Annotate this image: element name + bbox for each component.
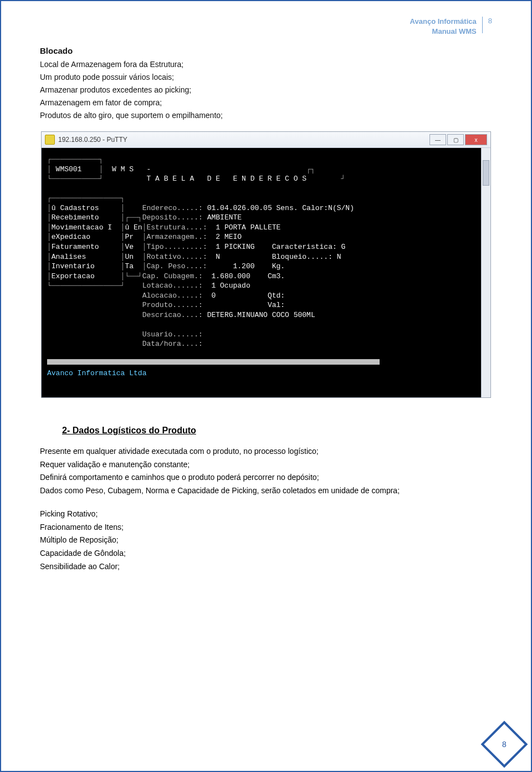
- blocado-line: Produtos de alto giro, que suportem o em…: [40, 110, 492, 121]
- close-button[interactable]: x: [465, 134, 487, 145]
- putty-window: 192.168.0.250 - PuTTY — ▢ x ┌───────────…: [41, 131, 491, 398]
- blocado-line: Um produto pode possuir vários locais;: [40, 71, 492, 83]
- section2-para: Definirá comportamento e caminhos que o …: [40, 472, 492, 484]
- field-label: Data/hora....:: [142, 340, 203, 348]
- menu-item[interactable]: Movimentacao I: [52, 223, 112, 232]
- section-heading-dados-logisticos: 2- Dados Logísticos do Produto: [62, 426, 492, 436]
- submenu-item[interactable]: Pr: [125, 233, 134, 241]
- close-icon: x: [475, 137, 478, 143]
- section2-para: Dados como Peso, Cubagem, Norma e Capaci…: [40, 485, 492, 497]
- putty-title: 192.168.0.250 - PuTTY: [58, 136, 127, 144]
- menu-item[interactable]: Analises: [52, 253, 86, 261]
- page: Avanço Informática Manual WMS 8 Blocado …: [0, 0, 532, 772]
- terminal-scrollbar[interactable]: [481, 148, 490, 397]
- submenu-item[interactable]: Un: [125, 253, 134, 261]
- blocado-line: Armazenagem em fator de compra;: [40, 97, 492, 109]
- field-label: Tipo.........:: [146, 243, 207, 251]
- menu-item[interactable]: Inventario: [52, 262, 95, 270]
- field-label: Estrutura....:: [146, 223, 207, 232]
- header-text: Avanço Informática Manual WMS: [410, 17, 477, 36]
- menu-item[interactable]: Faturamento: [52, 243, 99, 251]
- menu-item[interactable]: Exportacao: [52, 272, 95, 280]
- field-label: Cap. Cubagem.:: [142, 272, 203, 280]
- field-value: N Bloqueio.....: N: [216, 253, 341, 261]
- menu-item[interactable]: û Cadastros: [52, 204, 99, 212]
- header-doc: Manual WMS: [432, 27, 477, 35]
- page-number-diamond: 8: [481, 721, 528, 768]
- field-value: DETERG.MINUANO COCO 500ML: [207, 311, 315, 319]
- maximize-button[interactable]: ▢: [447, 134, 464, 145]
- field-label: Alocacao.....:: [142, 292, 203, 300]
- field-value: 1 PICKING Caracteristica: G: [216, 243, 345, 251]
- field-label: Lotacao......:: [142, 282, 203, 290]
- field-value: 2 MEIO: [216, 233, 242, 241]
- field-label: Produto......:: [142, 301, 203, 309]
- field-label: Endereco.....:: [142, 204, 203, 212]
- footer-page-number: 8: [502, 740, 507, 749]
- field-value: 01.04.026.00.05 Sens. Calor:N(S/N): [207, 204, 354, 212]
- field-label: Usuario......:: [142, 330, 203, 339]
- field-value: 0 Qtd:: [211, 292, 285, 300]
- menu-item[interactable]: eXpedicao: [52, 233, 90, 241]
- section-title-blocado: Blocado: [40, 46, 492, 55]
- blocado-line: Local de Armazenagem fora da Estrutura;: [40, 59, 492, 70]
- footer-ornament: 8: [488, 728, 521, 761]
- term-footer: Avanco Informatica Ltda: [47, 369, 146, 377]
- field-value: 1.680.000 Cm3.: [211, 272, 285, 280]
- term-screen-title: T A B E L A D E E N D E R E C O S: [146, 175, 306, 183]
- minimize-icon: —: [435, 137, 441, 143]
- section2-list-item: Sensibilidade ao Calor;: [40, 561, 492, 573]
- field-label: Armazenagem..:: [146, 233, 207, 241]
- submenu-item[interactable]: Ve: [125, 243, 134, 251]
- field-label: Cap. Peso....:: [146, 262, 207, 270]
- scrollbar-thumb[interactable]: [483, 160, 489, 186]
- putty-icon: [45, 135, 55, 145]
- field-label: Deposito.....:: [142, 213, 203, 222]
- section2-list-item: Fracionamento de Itens;: [40, 522, 492, 534]
- section2-para: Requer validação e manutenção constante;: [40, 459, 492, 471]
- field-label: Descricao....:: [142, 311, 203, 319]
- section2-para: Presente em qualquer atividade executada…: [40, 446, 492, 458]
- blocado-line: Armazenar produtos excedentes ao picking…: [40, 84, 492, 96]
- field-value: 1 Ocupado: [211, 282, 250, 290]
- terminal[interactable]: ┌───────────┐ │ WMS001 │ W M S - ┌┐ └───…: [42, 148, 481, 397]
- page-header: Avanço Informática Manual WMS 8: [40, 17, 492, 36]
- header-divider: [482, 17, 483, 33]
- field-value: 1 PORTA PALLETE: [216, 223, 280, 232]
- section2-list-item: Múltiplo de Reposição;: [40, 534, 492, 546]
- maximize-icon: ▢: [453, 137, 458, 143]
- section2-list-item: Capacidade de Gôndola;: [40, 548, 492, 560]
- field-value: AMBIENTE: [207, 213, 242, 222]
- field-value: Val:: [211, 301, 285, 309]
- minimize-button[interactable]: —: [429, 134, 446, 145]
- field-label: Rotativo.....:: [146, 253, 207, 261]
- putty-titlebar[interactable]: 192.168.0.250 - PuTTY — ▢ x: [42, 132, 490, 148]
- submenu-item[interactable]: Ta: [125, 262, 134, 270]
- header-page: 8: [488, 17, 492, 25]
- term-code: WMS001: [56, 165, 82, 173]
- menu-item[interactable]: Recebimento: [52, 213, 99, 222]
- term-statusbar: [47, 359, 380, 365]
- field-value: 1.200 Kg.: [216, 262, 285, 270]
- header-company: Avanço Informática: [410, 17, 477, 25]
- submenu-item[interactable]: û En: [125, 223, 142, 232]
- term-wms: W M S -: [112, 165, 151, 173]
- section2-list-item: Picking Rotativo;: [40, 508, 492, 520]
